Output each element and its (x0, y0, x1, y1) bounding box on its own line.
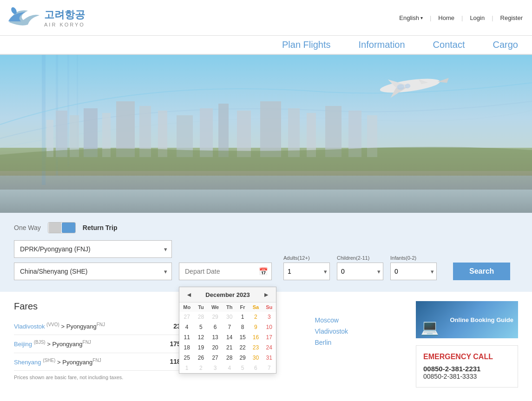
calendar-day[interactable]: 27 (208, 353, 223, 363)
fare-from-link[interactable]: Shenyang (14, 359, 41, 366)
calendar-day[interactable]: 5 (194, 322, 207, 332)
airport-vladivostok[interactable]: Vladivostok (315, 328, 407, 335)
calendar-day[interactable]: 6 (208, 322, 223, 332)
laptop-icon: 💻 (420, 318, 439, 336)
register-link[interactable]: Register (500, 14, 523, 21)
calendar-day[interactable]: 22 (236, 342, 249, 353)
fare-row: Vladivostok (VVO) > PyongyangFNJ 230 USD (14, 317, 200, 335)
weekday-sa: Sa (249, 302, 262, 312)
language-selector[interactable]: English (399, 14, 423, 21)
fares-note: Prices shown are basic fare, not includi… (14, 375, 200, 380)
origin-wrapper: DPRK/Pyongyang (FNJ) (14, 240, 172, 258)
calendar-day[interactable]: 4 (179, 322, 194, 332)
nav-contact[interactable]: Contact (433, 39, 465, 50)
calendar-day[interactable]: 10 (263, 322, 276, 332)
booking-guide-banner[interactable]: 💻 Online Booking Guide (416, 301, 518, 338)
calendar-prev-button[interactable]: ◄ (183, 290, 195, 299)
calendar-day[interactable]: 6 (249, 363, 262, 373)
adults-select[interactable]: 1 2 3 4 (283, 263, 330, 280)
calendar-day[interactable]: 30 (223, 312, 236, 322)
calendar-day[interactable]: 26 (194, 353, 207, 363)
weekday-fr: Fr (236, 302, 249, 312)
airport-moscow[interactable]: Moscow (315, 316, 407, 324)
toggle-on-indicator (62, 223, 75, 233)
children-selector: Children(2-11) 0 1 2 (337, 255, 383, 280)
infants-selector: Infants(0-2) 0 1 2 (390, 255, 437, 280)
trip-toggle-switch[interactable] (48, 222, 76, 233)
weekday-mo: Mo (179, 302, 194, 312)
logo-english: AIR KORYO (44, 22, 85, 27)
svg-rect-21 (288, 108, 300, 157)
calendar-day[interactable]: 1 (179, 363, 194, 373)
search-button[interactable]: Search (453, 263, 510, 280)
calendar-day[interactable]: 12 (194, 332, 207, 342)
fare-route-text: Shenyang (SHE) > PyongyangFNJ (14, 358, 101, 366)
calendar-day[interactable]: 15 (236, 332, 249, 342)
calendar-day[interactable]: 18 (179, 342, 194, 353)
calendar-day[interactable]: 4 (223, 363, 236, 373)
depart-date-input[interactable] (179, 263, 272, 280)
destination-wrapper: China/Shenyang (SHE) (14, 263, 172, 280)
calendar-day[interactable]: 14 (223, 332, 236, 342)
calendar-day[interactable]: 3 (263, 312, 276, 322)
fare-from-code: (VVO) (46, 322, 59, 327)
adults-select-wrapper: 1 2 3 4 (283, 263, 330, 280)
calendar-day[interactable]: 19 (194, 342, 207, 353)
calendar-day[interactable]: 16 (249, 332, 262, 342)
calendar-day[interactable]: 28 (194, 312, 207, 322)
main-nav: Plan Flights Information Contact Cargo (0, 36, 532, 55)
calendar-day[interactable]: 27 (179, 312, 194, 322)
calendar-day[interactable]: 25 (179, 353, 194, 363)
fare-from-link[interactable]: Beijing (14, 341, 32, 348)
fare-from-code: (SHE) (43, 358, 55, 363)
airport-berlin[interactable]: Berlin (315, 339, 407, 346)
hero-banner (0, 55, 532, 213)
calendar-day[interactable]: 17 (263, 332, 276, 342)
fare-row: Shenyang (SHE) > PyongyangFNJ 1180 CNY (14, 353, 200, 371)
calendar-day[interactable]: 20 (208, 342, 223, 353)
svg-rect-20 (260, 101, 281, 157)
calendar-day[interactable]: 30 (249, 353, 262, 363)
children-select[interactable]: 0 1 2 (337, 263, 383, 280)
nav-information[interactable]: Information (359, 39, 405, 50)
fare-from-link[interactable]: Vladivostok (14, 323, 45, 330)
calendar-day[interactable]: 5 (236, 363, 249, 373)
fare-to-code: FNJ (83, 340, 91, 345)
logo-bird-icon (5, 4, 42, 32)
calendar-day[interactable]: 24 (263, 342, 276, 353)
origin-select[interactable]: DPRK/Pyongyang (FNJ) (14, 240, 172, 258)
nav-plan-flights[interactable]: Plan Flights (282, 39, 331, 50)
calendar-icon[interactable]: 📅 (259, 267, 268, 276)
calendar-day[interactable]: 1 (236, 312, 249, 322)
calendar-day[interactable]: 29 (236, 353, 249, 363)
calendar-day[interactable]: 2 (249, 312, 262, 322)
separator-2: | (461, 14, 463, 21)
logo-area: 고려항공 AIR KORYO (5, 4, 85, 32)
calendar-day[interactable]: 11 (179, 332, 194, 342)
calendar-day[interactable]: 13 (208, 332, 223, 342)
calendar-day[interactable]: 21 (223, 342, 236, 353)
emergency-number-2: 00850-2-381-3333 (423, 373, 511, 380)
destination-select[interactable]: China/Shenyang (SHE) (14, 263, 172, 280)
calendar-day[interactable]: 3 (208, 363, 223, 373)
calendar-day[interactable]: 7 (263, 363, 276, 373)
calendar-month-year: December 2023 (205, 291, 250, 298)
booking-guide-text: Online Booking Guide (450, 316, 514, 323)
infants-select[interactable]: 0 1 2 (390, 263, 437, 280)
calendar-day[interactable]: 29 (208, 312, 223, 322)
calendar-day[interactable]: 28 (223, 353, 236, 363)
home-link[interactable]: Home (438, 14, 454, 21)
weekday-th: Th (223, 302, 236, 312)
login-link[interactable]: Login (470, 14, 485, 21)
right-column: 💻 Online Booking Guide EMERGENCY CALL 00… (416, 301, 518, 388)
calendar-day[interactable]: 8 (236, 322, 249, 332)
calendar-day[interactable]: 7 (223, 322, 236, 332)
calendar-day[interactable]: 9 (249, 322, 262, 332)
infants-select-wrapper: 0 1 2 (390, 263, 437, 280)
calendar-next-button[interactable]: ► (260, 290, 272, 299)
calendar-day[interactable]: 2 (194, 363, 207, 373)
calendar-day[interactable]: 23 (249, 342, 262, 353)
nav-cargo[interactable]: Cargo (493, 39, 518, 50)
calendar-day[interactable]: 31 (263, 353, 276, 363)
date-column: 📅 ◄ December 2023 ► Mo Tu We (179, 263, 272, 280)
